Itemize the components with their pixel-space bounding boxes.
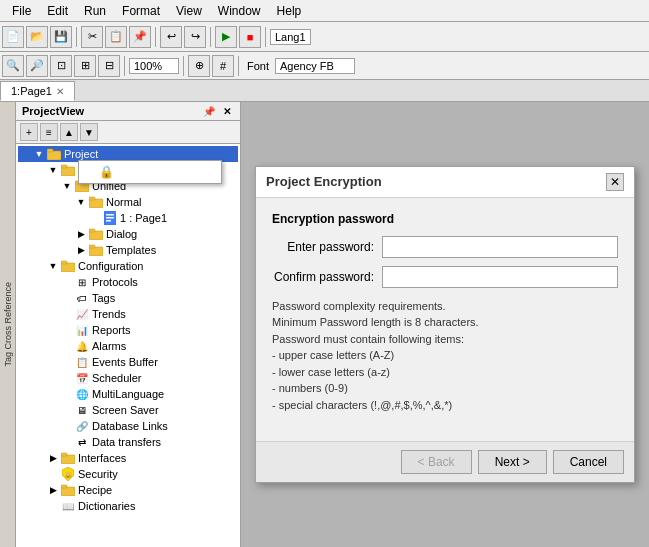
tree-item-interfaces[interactable]: ▶ Interfaces: [18, 450, 238, 466]
sidebar-down-btn[interactable]: ▼: [80, 123, 98, 141]
tb-align[interactable]: ⊕: [188, 55, 210, 77]
tb-zoom-out[interactable]: 🔎: [26, 55, 48, 77]
toolbar-main: 📄 📂 💾 ✂ 📋 📌 ↩ ↪ ▶ ■ Lang1: [0, 22, 649, 52]
tree-label-templates: Templates: [106, 244, 156, 256]
tb-sep4: [265, 27, 266, 47]
lang-selector[interactable]: Lang1: [270, 29, 311, 45]
toggle-project[interactable]: ▼: [32, 149, 46, 159]
tb-grid[interactable]: #: [212, 55, 234, 77]
tree-item-dicts[interactable]: 📖 Dictionaries: [18, 498, 238, 514]
toggle-interfaces[interactable]: ▶: [46, 453, 60, 463]
datatransfers-icon: ⇄: [74, 435, 90, 449]
font-label: Font: [243, 60, 273, 72]
tb-save[interactable]: 💾: [50, 26, 72, 48]
svg-rect-0: [47, 151, 61, 160]
tb-cut[interactable]: ✂: [81, 26, 103, 48]
tb-stop[interactable]: ■: [239, 26, 261, 48]
tree-item-trends[interactable]: 📈 Trends: [18, 306, 238, 322]
dialog-enter-input[interactable]: [382, 236, 618, 258]
menu-view[interactable]: View: [168, 2, 210, 20]
dialog-back-btn[interactable]: < Back: [401, 450, 472, 474]
tree-item-alarms[interactable]: 🔔 Alarms: [18, 338, 238, 354]
tree-item-security[interactable]: 🔐 Security: [18, 466, 238, 482]
toggle-unified[interactable]: ▼: [60, 181, 74, 191]
tree-item-templates[interactable]: ▶ Templates: [18, 242, 238, 258]
sidebar-up-btn[interactable]: ▲: [60, 123, 78, 141]
folder-icon-normal: [88, 195, 104, 209]
tb-copy[interactable]: 📋: [105, 26, 127, 48]
tb-zoom-sel[interactable]: ⊟: [98, 55, 120, 77]
dialog-next-btn[interactable]: Next >: [478, 450, 547, 474]
tree-item-protocols[interactable]: ⊞ Protocols: [18, 274, 238, 290]
tree-item-config[interactable]: ▼ Configuration: [18, 258, 238, 274]
toggle-config[interactable]: ▼: [46, 261, 60, 271]
main-area: Tag Cross Reference ProjectView 📌 ✕ + ≡ …: [0, 102, 649, 547]
tree-item-page1[interactable]: 1 : Page1: [18, 210, 238, 226]
folder-icon-interfaces: [60, 451, 76, 465]
tree-item-project[interactable]: ▼ Project 🔒 Encrypt Project: [18, 146, 238, 162]
page-icon: [102, 211, 118, 225]
tree-label-project: Project: [64, 148, 98, 160]
sidebar-close-btn[interactable]: ✕: [220, 106, 234, 117]
sidebar-sort-btn[interactable]: ≡: [40, 123, 58, 141]
tree-item-scheduler[interactable]: 📅 Scheduler: [18, 370, 238, 386]
tb-zoom-fit[interactable]: ⊡: [50, 55, 72, 77]
sidebar-pin-btn[interactable]: 📌: [200, 106, 218, 117]
tree-item-multilang[interactable]: 🌐 MultiLanguage: [18, 386, 238, 402]
context-menu-encrypt[interactable]: 🔒 Encrypt Project: [79, 161, 221, 183]
dialog-cancel-btn[interactable]: Cancel: [553, 450, 624, 474]
zoom-input[interactable]: [129, 58, 179, 74]
sidebar: ProjectView 📌 ✕ + ≡ ▲ ▼ ▼ Project: [16, 102, 241, 547]
menu-window[interactable]: Window: [210, 2, 269, 20]
dialog-confirm-input[interactable]: [382, 266, 618, 288]
tree-item-tags[interactable]: 🏷 Tags: [18, 290, 238, 306]
tb-run[interactable]: ▶: [215, 26, 237, 48]
tree-item-dblinks[interactable]: 🔗 Database Links: [18, 418, 238, 434]
tb-zoom-page[interactable]: ⊞: [74, 55, 96, 77]
tree-item-recipe[interactable]: ▶ Recipe: [18, 482, 238, 498]
sidebar-add-btn[interactable]: +: [20, 123, 38, 141]
tree-label-scheduler: Scheduler: [92, 372, 142, 384]
tree-item-screensaver[interactable]: 🖥 Screen Saver: [18, 402, 238, 418]
svg-rect-18: [61, 455, 75, 464]
tb-zoom-in[interactable]: 🔍: [2, 55, 24, 77]
tree-item-dialog[interactable]: ▶ Dialog: [18, 226, 238, 242]
svg-text:🔐: 🔐: [65, 471, 73, 479]
dialog-info-line6: - numbers (0-9): [272, 380, 618, 397]
svg-rect-16: [61, 263, 75, 272]
tree-item-datatransfers[interactable]: ⇄ Data transfers: [18, 434, 238, 450]
dblinks-icon: 🔗: [74, 419, 90, 433]
screensaver-icon: 🖥: [74, 403, 90, 417]
tree-item-events[interactable]: 📋 Events Buffer: [18, 354, 238, 370]
toggle-dialog[interactable]: ▶: [74, 229, 88, 239]
tb-undo[interactable]: ↩: [160, 26, 182, 48]
tb-redo[interactable]: ↪: [184, 26, 206, 48]
tree-label-normal: Normal: [106, 196, 141, 208]
menu-run[interactable]: Run: [76, 2, 114, 20]
tb-paste[interactable]: 📌: [129, 26, 151, 48]
tab-page1[interactable]: 1:Page1 ✕: [0, 81, 75, 101]
toggle-normal[interactable]: ▼: [74, 197, 88, 207]
svg-rect-12: [89, 231, 103, 240]
folder-icon-pages: [60, 163, 76, 177]
toggle-recipe[interactable]: ▶: [46, 485, 60, 495]
svg-rect-23: [61, 485, 67, 488]
menu-help[interactable]: Help: [269, 2, 310, 20]
toggle-templates[interactable]: ▶: [74, 245, 88, 255]
tree-item-reports[interactable]: 📊 Reports: [18, 322, 238, 338]
tree-item-normal[interactable]: ▼ Normal: [18, 194, 238, 210]
tab-close-btn[interactable]: ✕: [56, 86, 64, 97]
svg-rect-13: [89, 229, 95, 232]
font-input[interactable]: [275, 58, 355, 74]
menu-edit[interactable]: Edit: [39, 2, 76, 20]
menu-format[interactable]: Format: [114, 2, 168, 20]
dialog-info-line2: Minimum Password length is 8 characters.: [272, 314, 618, 331]
svg-rect-15: [89, 245, 95, 248]
dialog-info-line3: Password must contain following items:: [272, 331, 618, 348]
toggle-pages[interactable]: ▼: [46, 165, 60, 175]
tb-new[interactable]: 📄: [2, 26, 24, 48]
tb-open[interactable]: 📂: [26, 26, 48, 48]
dialog-close-btn[interactable]: ✕: [606, 173, 624, 191]
menu-file[interactable]: File: [4, 2, 39, 20]
svg-rect-22: [61, 487, 75, 496]
